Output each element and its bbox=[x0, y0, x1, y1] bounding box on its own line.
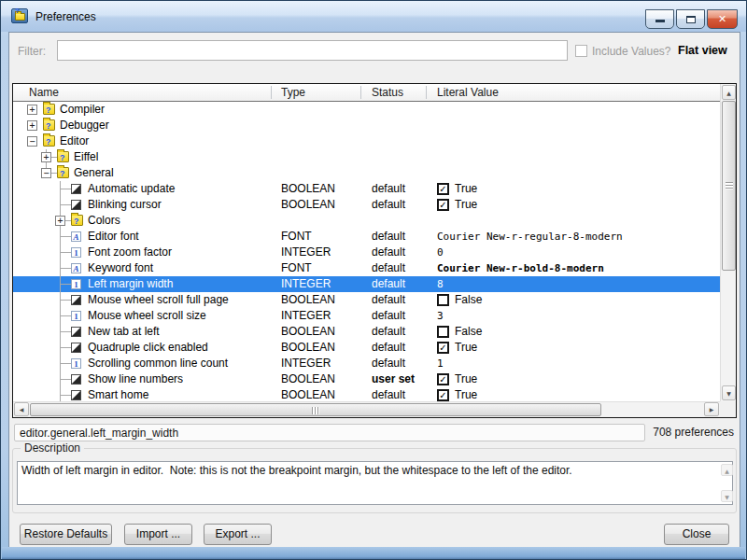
pref-value: True bbox=[455, 387, 477, 401]
maximize-button[interactable] bbox=[676, 9, 705, 29]
tree-row-mouse-wheel-scroll-size[interactable]: 1Mouse wheel scroll sizeINTEGERdefault3 bbox=[13, 308, 720, 324]
int-icon: 1 bbox=[71, 279, 81, 289]
pref-status: default bbox=[372, 292, 405, 308]
expand-icon[interactable]: + bbox=[27, 120, 37, 131]
question-mark-icon: ? bbox=[74, 217, 79, 226]
preferences-window: ? Preferences ✕ Filter: Include Values? … bbox=[0, 0, 747, 560]
collapse-icon[interactable]: − bbox=[27, 136, 37, 147]
expand-icon[interactable]: + bbox=[41, 152, 51, 162]
desc-scroll-up-icon[interactable]: ▲ bbox=[721, 464, 733, 476]
tree-header: Name Type Status Literal Value bbox=[13, 84, 720, 102]
pref-value: Courier New-r-bold-8-modern bbox=[437, 260, 604, 276]
int-icon: 1 bbox=[71, 358, 81, 369]
pref-type: INTEGER bbox=[281, 245, 331, 260]
minimize-button[interactable] bbox=[645, 9, 674, 29]
tree-connector-line bbox=[60, 363, 71, 364]
folder-icon: ? bbox=[57, 151, 69, 162]
horizontal-scroll-thumb[interactable] bbox=[30, 403, 601, 416]
column-header-literal[interactable]: Literal Value bbox=[437, 86, 499, 99]
pref-type: INTEGER bbox=[281, 276, 331, 292]
checkbox-checked-icon[interactable]: ✓ bbox=[437, 389, 449, 401]
checkbox-checked-icon[interactable]: ✓ bbox=[437, 373, 449, 385]
pref-status: default bbox=[372, 308, 405, 324]
tree-row-show-line-numbers[interactable]: Show line numbersBOOLEANuser set✓True bbox=[13, 371, 720, 387]
tree-row-automatic-update[interactable]: Automatic updateBOOLEANdefault✓True bbox=[13, 181, 720, 197]
pref-status: user set bbox=[372, 371, 415, 387]
pref-type: FONT bbox=[281, 260, 312, 276]
checkbox-checked-icon[interactable]: ✓ bbox=[437, 183, 449, 195]
tree-row-editor-font[interactable]: AEditor fontFONTdefaultCourier New-r-reg… bbox=[13, 229, 720, 245]
pref-name: Editor bbox=[60, 133, 89, 149]
expand-icon[interactable]: + bbox=[27, 105, 37, 115]
include-values-checkbox[interactable] bbox=[575, 45, 587, 57]
pref-type: BOOLEAN bbox=[281, 387, 335, 401]
column-header-status[interactable]: Status bbox=[372, 86, 403, 99]
desc-scroll-down-icon[interactable]: ▼ bbox=[721, 490, 733, 502]
expand-icon[interactable]: + bbox=[55, 216, 65, 226]
pref-value: True bbox=[455, 197, 477, 213]
tree-row-compiler[interactable]: +?Compiler bbox=[13, 102, 720, 118]
pref-status: default bbox=[372, 245, 405, 260]
tree-row-keyword-font[interactable]: AKeyword fontFONTdefaultCourier New-r-bo… bbox=[13, 260, 720, 276]
tree-connector-line bbox=[60, 268, 71, 269]
bool-icon bbox=[71, 343, 81, 353]
tree-row-eiffel[interactable]: +?Eiffel bbox=[13, 149, 720, 165]
pref-value: True bbox=[455, 371, 477, 387]
folder-icon: ? bbox=[43, 104, 55, 115]
column-divider[interactable] bbox=[360, 86, 361, 99]
tree-row-colors[interactable]: +?Colors bbox=[13, 213, 720, 229]
tree-row-new-tab-at-left[interactable]: New tab at leftBOOLEANdefaultFalse bbox=[13, 324, 720, 340]
tree-row-quadruple-click-enabled[interactable]: Quadruple click enabledBOOLEANdefault✓Tr… bbox=[13, 340, 720, 356]
horizontal-scrollbar[interactable]: ◀ ▶ bbox=[13, 401, 720, 417]
column-header-name[interactable]: Name bbox=[29, 86, 59, 99]
column-header-type[interactable]: Type bbox=[281, 86, 305, 99]
import-button[interactable]: Import ... bbox=[124, 524, 192, 545]
vertical-scroll-thumb[interactable] bbox=[722, 101, 736, 271]
restore-defaults-button[interactable]: Restore Defaults bbox=[20, 524, 112, 545]
checkbox-checked-icon[interactable]: ✓ bbox=[437, 199, 449, 211]
pref-name: Quadruple click enabled bbox=[88, 340, 208, 356]
tree-row-blinking-cursor[interactable]: Blinking cursorBOOLEANdefault✓True bbox=[13, 197, 720, 213]
filter-input[interactable] bbox=[57, 40, 568, 61]
scroll-up-icon[interactable]: ▲ bbox=[722, 85, 736, 100]
checkbox-checked-icon[interactable]: ✓ bbox=[437, 342, 449, 354]
column-divider[interactable] bbox=[271, 86, 272, 99]
pref-type: BOOLEAN bbox=[281, 292, 335, 308]
font-icon: A bbox=[71, 231, 81, 242]
tree-row-editor[interactable]: −?Editor bbox=[13, 133, 720, 149]
tree-row-font-zoom-factor[interactable]: 1Font zoom factorINTEGERdefault0 bbox=[13, 245, 720, 260]
close-button[interactable]: Close bbox=[664, 524, 729, 545]
vertical-scrollbar[interactable]: ▲ ▼ bbox=[720, 84, 736, 401]
pref-value: True bbox=[455, 181, 477, 197]
tree-row-general[interactable]: −?General bbox=[13, 165, 720, 181]
scroll-down-icon[interactable]: ▼ bbox=[722, 385, 736, 400]
checkbox-unchecked-icon[interactable] bbox=[437, 294, 449, 306]
pref-type: BOOLEAN bbox=[281, 371, 335, 387]
scroll-right-icon[interactable]: ▶ bbox=[704, 402, 719, 416]
tree-row-scrolling-common-line-count[interactable]: 1Scrolling common line countINTEGERdefau… bbox=[13, 356, 720, 371]
tree-connector-line bbox=[60, 204, 71, 205]
export-button[interactable]: Export ... bbox=[204, 524, 272, 545]
column-divider[interactable] bbox=[426, 86, 427, 99]
scroll-left-icon[interactable]: ◀ bbox=[14, 402, 29, 416]
tree-row-smart-home[interactable]: Smart homeBOOLEANdefault✓True bbox=[13, 387, 720, 401]
tree-connector-line bbox=[60, 300, 71, 301]
tree-connector-line bbox=[60, 315, 71, 316]
pref-name: Colors bbox=[88, 213, 120, 229]
pref-status: default bbox=[372, 356, 405, 371]
tree-row-debugger[interactable]: +?Debugger bbox=[13, 118, 720, 133]
checkbox-unchecked-icon[interactable] bbox=[437, 326, 449, 338]
tree-row-mouse-wheel-scroll-full-page[interactable]: Mouse wheel scroll full pageBOOLEANdefau… bbox=[13, 292, 720, 308]
flat-view-button[interactable]: Flat view bbox=[678, 44, 727, 57]
close-window-button[interactable]: ✕ bbox=[707, 9, 738, 29]
include-values-label: Include Values? bbox=[592, 45, 671, 58]
window-title: Preferences bbox=[35, 10, 96, 23]
pref-name: Eiffel bbox=[74, 149, 98, 165]
preferences-count: 708 preferences bbox=[653, 426, 734, 439]
pref-type: BOOLEAN bbox=[281, 181, 335, 197]
pref-name: Debugger bbox=[60, 118, 109, 133]
pref-status: default bbox=[372, 181, 405, 197]
tree-row-left-margin-width[interactable]: 1Left margin widthINTEGERdefault8 bbox=[13, 276, 720, 292]
collapse-icon[interactable]: − bbox=[41, 168, 51, 178]
maximize-icon bbox=[686, 16, 696, 23]
